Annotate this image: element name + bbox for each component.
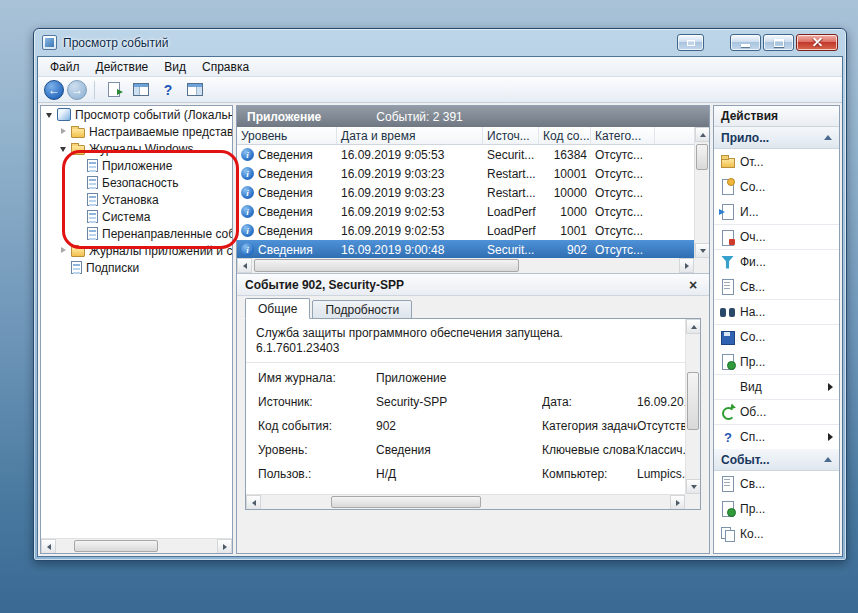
scroll-right-button[interactable] [679,258,694,273]
table-row[interactable]: iСведения 16.09.2019 9:02:53 LoadPerf 10… [237,221,709,240]
scroll-up-button[interactable] [686,319,701,334]
help-icon [720,430,735,445]
tree-node-app-services-logs[interactable]: Журналы приложений и сл [41,242,232,259]
column-header-level[interactable]: Уровень [237,127,337,144]
maximize-icon [774,39,784,47]
action-attach-task-to-event[interactable]: Пр... [714,496,839,521]
menu-help[interactable]: Справка [194,58,257,76]
client-area: Файл Действие Вид Справка ← → ? Просмотр… [37,56,843,557]
scroll-left-button[interactable] [237,258,252,273]
table-row[interactable]: iСведения 16.09.2019 9:03:23 Restart... … [237,183,709,202]
cell-level: Сведения [258,167,313,181]
column-header-category[interactable]: Катего... [591,127,655,144]
menu-file[interactable]: Файл [42,58,88,76]
tree-node-subscriptions[interactable]: Подписки [41,259,232,276]
table-row[interactable]: iСведения 16.09.2019 9:02:53 LoadPerf 10… [237,202,709,221]
table-row[interactable]: iСведения 16.09.2019 9:05:53 Securit... … [237,145,709,164]
log-icon [87,227,98,240]
toolbar-separator [94,81,95,99]
expand-arrow-icon[interactable] [58,245,69,256]
cell-event-id: 10001 [539,167,591,181]
scrollbar-thumb[interactable] [74,540,158,552]
table-row-selected[interactable]: iСведения 16.09.2019 9:00:48 Securit... … [237,240,709,259]
action-label: Св... [740,280,765,294]
cell-source: Securit... [483,243,539,257]
forward-button[interactable]: → [67,80,87,100]
table-row[interactable]: iСведения 16.09.2019 9:03:23 Restart... … [237,164,709,183]
actions-section-application[interactable]: Прило... [714,127,839,149]
menu-view[interactable]: Вид [156,58,194,76]
action-label: На... [740,305,765,319]
event-message-line: 6.1.7601.23403 [256,341,675,356]
scroll-left-button[interactable] [246,495,261,510]
column-header-event-id[interactable]: Код со... [539,127,591,144]
scrollbar-thumb[interactable] [687,372,699,430]
action-properties[interactable]: Св... [714,274,839,299]
tree-node-setup[interactable]: Установка [41,191,232,208]
tree-node-security[interactable]: Безопасность [41,174,232,191]
scrollbar-thumb[interactable] [331,496,481,508]
export-button[interactable] [102,79,126,101]
action-find[interactable]: На... [714,299,839,324]
action-import-custom-view[interactable]: И... [714,199,839,224]
cell-datetime: 16.09.2019 9:03:23 [337,167,483,181]
back-button[interactable]: ← [44,80,64,100]
console-tree-pane: Просмотр событий (Локальн Настраиваемые … [40,105,233,554]
field-value: Сведения [376,443,542,457]
action-filter-current-log[interactable]: Фи... [714,249,839,274]
cell-category: Отсутс... [591,186,655,200]
help-button[interactable]: ? [156,79,180,101]
tab-general[interactable]: Общие [245,298,310,319]
action-help[interactable]: Сп... [714,424,839,449]
expand-arrow-icon[interactable] [44,109,55,120]
tree-node-custom-views[interactable]: Настраиваемые представле [41,123,232,140]
close-preview-button[interactable]: × [685,277,701,293]
action-attach-task[interactable]: Пр... [714,349,839,374]
tree-node-root[interactable]: Просмотр событий (Локальн [41,106,232,123]
table-header-row: Уровень Дата и время Источ... Код со... … [237,127,709,145]
submenu-arrow-icon [828,433,833,441]
expand-arrow-icon[interactable] [58,143,69,154]
show-action-pane-button[interactable] [183,79,207,101]
action-view[interactable]: Вид [714,374,839,399]
action-refresh[interactable]: Об... [714,399,839,424]
action-create-custom-view[interactable]: Со... [714,174,839,199]
action-clear-log[interactable]: Оч... [714,224,839,249]
scroll-down-button[interactable] [695,243,709,258]
information-icon: i [241,148,254,161]
action-copy[interactable]: Ко... [714,521,839,546]
scroll-right-button[interactable] [217,539,232,554]
console-window-button[interactable] [677,34,704,51]
action-save-all-events[interactable]: Со... [714,324,839,349]
scroll-left-button[interactable] [41,539,56,554]
maximize-button[interactable] [763,34,794,51]
scroll-down-button[interactable] [686,479,701,494]
column-header-datetime[interactable]: Дата и время [337,127,483,144]
tab-details[interactable]: Подробности [312,300,412,319]
show-console-tree-button[interactable] [129,79,153,101]
scroll-right-button[interactable] [670,495,685,510]
expand-arrow-icon[interactable] [58,126,69,137]
event-table: Уровень Дата и время Источ... Код со... … [237,127,709,274]
action-open-saved-log[interactable]: От... [714,149,839,174]
tree-node-windows-logs[interactable]: Журналы Windows [41,140,232,157]
tree-node-forwarded-events[interactable]: Перенаправленные соб [41,225,232,242]
close-button[interactable] [796,34,838,51]
actions-section-event[interactable]: Событ... [714,449,839,471]
properties-icon [720,279,735,294]
copy-icon [720,526,735,541]
menu-action[interactable]: Действие [88,58,157,76]
scroll-up-button[interactable] [695,127,709,142]
tree-node-application[interactable]: Приложение [41,157,232,174]
scrollbar-thumb[interactable] [696,144,708,170]
titlebar[interactable]: Просмотр событий [37,29,843,56]
field-label: Компьютер: [542,467,637,481]
cell-event-id: 1001 [539,224,591,238]
tree-node-system[interactable]: Система [41,208,232,225]
minimize-button[interactable] [730,34,761,51]
scrollbar-thumb[interactable] [254,259,519,272]
column-header-source[interactable]: Источ... [483,127,539,144]
field-label: Код события: [258,419,376,433]
expand-spacer [58,262,69,273]
action-event-properties[interactable]: Св... [714,471,839,496]
